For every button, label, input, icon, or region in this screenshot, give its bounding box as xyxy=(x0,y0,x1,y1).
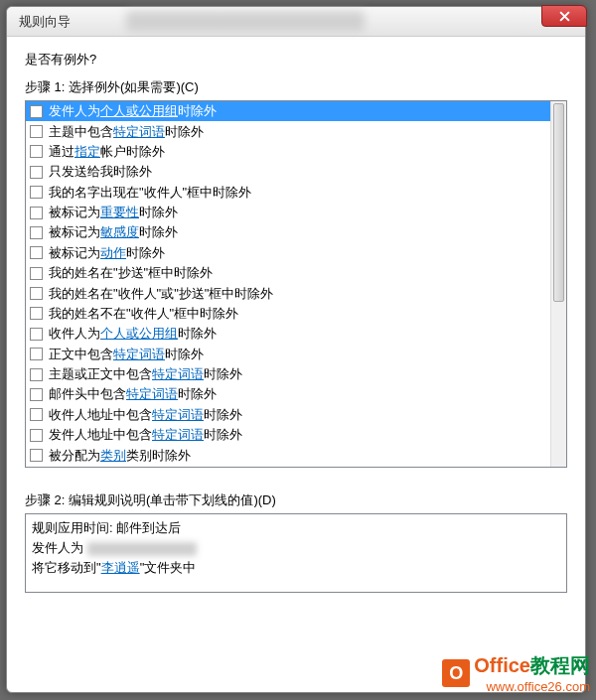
scrollbar[interactable] xyxy=(550,101,566,467)
desc-line3: 将它移动到"李逍遥"文件夹中 xyxy=(32,558,560,578)
step2-label: 步骤 2: 编辑规则说明(单击带下划线的值)(D) xyxy=(25,491,567,509)
scrollbar-thumb[interactable] xyxy=(553,103,564,302)
item-text-pre: 通过 xyxy=(49,143,74,161)
item-text-post: 类别时除外 xyxy=(126,447,191,465)
item-text-pre: 被标记为 xyxy=(49,223,100,241)
item-text-pre: 正文中包含 xyxy=(49,346,113,363)
item-text-pre: 主题中包含 xyxy=(49,123,113,141)
checkbox[interactable] xyxy=(30,368,43,381)
list-item[interactable]: 主题或正文中包含 特定词语 时除外 xyxy=(26,364,550,384)
list-item[interactable]: 被分配为 类别 类别时除外 xyxy=(26,445,550,465)
item-text-post: 帐户时除外 xyxy=(100,143,165,161)
list-item[interactable]: 发件人地址中包含 特定词语 时除外 xyxy=(26,425,550,445)
item-text-pre: 收件人地址中包含 xyxy=(49,406,152,424)
close-icon xyxy=(559,11,570,22)
condition-link[interactable]: 特定词语 xyxy=(113,123,165,141)
item-text-pre: 被分配为 xyxy=(49,447,100,465)
list-item[interactable]: 收件人为 个人或公用组 时除外 xyxy=(26,324,550,344)
item-text-pre: 我的姓名在"抄送"框中时除外 xyxy=(49,264,213,282)
checkbox[interactable] xyxy=(30,307,43,320)
checkbox[interactable] xyxy=(30,388,43,401)
item-text-post: 时除外 xyxy=(178,385,217,403)
item-text-post: 时除外 xyxy=(139,223,178,241)
exceptions-listbox[interactable]: 发件人为 个人或公用组 时除外主题中包含 特定词语 时除外通过 指定 帐户时除外… xyxy=(25,100,567,468)
checkbox[interactable] xyxy=(30,207,43,219)
titlebar[interactable]: 规则向导 xyxy=(7,7,585,37)
desc-line1: 规则应用时间: 邮件到达后 xyxy=(32,518,560,538)
titlebar-blur xyxy=(126,11,365,31)
condition-link[interactable]: 个人或公用组 xyxy=(100,102,178,120)
checkbox[interactable] xyxy=(30,166,43,179)
list-item[interactable]: 只发送给我时除外 xyxy=(26,162,550,182)
condition-link[interactable]: 特定词语 xyxy=(126,385,178,403)
checkbox[interactable] xyxy=(30,105,43,118)
condition-link[interactable]: 敏感度 xyxy=(100,223,139,241)
item-text-pre: 发件人为 xyxy=(49,102,100,120)
condition-link[interactable]: 指定 xyxy=(74,143,100,161)
watermark-brand2: 教程网 xyxy=(530,654,590,676)
condition-link[interactable]: 特定词语 xyxy=(113,346,165,363)
watermark-brand1: Office xyxy=(474,654,530,676)
list-item[interactable]: 收件人地址中包含 特定词语 时除外 xyxy=(26,405,550,425)
list-item[interactable]: 通过 指定 帐户时除外 xyxy=(26,142,550,162)
list-item[interactable]: 被标记为 重要性 时除外 xyxy=(26,203,550,222)
condition-link[interactable]: 动作 xyxy=(100,244,126,262)
condition-link[interactable]: 重要性 xyxy=(100,204,139,221)
checkbox[interactable] xyxy=(30,328,43,341)
condition-link[interactable]: 特定词语 xyxy=(152,365,204,383)
condition-link[interactable]: 类别 xyxy=(100,447,126,465)
checkbox[interactable] xyxy=(30,449,43,462)
item-text-post: 时除外 xyxy=(165,123,204,141)
watermark: O Office教程网 www.office26.com xyxy=(442,652,590,694)
checkbox[interactable] xyxy=(30,186,43,199)
condition-link[interactable]: 特定词语 xyxy=(152,406,204,424)
item-text-post: 时除外 xyxy=(126,244,165,262)
checkbox[interactable] xyxy=(30,348,43,360)
item-text-post: 时除外 xyxy=(178,325,217,343)
desc-line2: 发件人为 xyxy=(32,538,560,558)
watermark-url: www.office26.com xyxy=(474,679,590,694)
list-item[interactable]: 发件人为 个人或公用组 时除外 xyxy=(26,101,550,121)
office-icon: O xyxy=(442,659,470,687)
question-label: 是否有例外? xyxy=(25,51,567,69)
item-text-post: 时除外 xyxy=(139,204,178,221)
checkbox[interactable] xyxy=(30,429,43,442)
item-text-pre: 被标记为 xyxy=(49,204,100,221)
item-text-post: 时除外 xyxy=(165,346,204,363)
item-text-pre: 收件人为 xyxy=(49,325,100,343)
list-item[interactable]: 我的姓名不在"收件人"框中时除外 xyxy=(26,304,550,324)
checkbox[interactable] xyxy=(30,145,43,158)
dialog-window: 规则向导 是否有例外? 步骤 1: 选择例外(如果需要)(C) 发件人为 个人或… xyxy=(6,6,586,693)
checkbox[interactable] xyxy=(30,226,43,239)
item-text-post: 时除外 xyxy=(204,406,242,424)
item-text-pre: 发件人地址中包含 xyxy=(49,426,152,444)
condition-link[interactable]: 特定词语 xyxy=(152,426,204,444)
checkbox[interactable] xyxy=(30,246,43,259)
checkbox[interactable] xyxy=(30,408,43,421)
checkbox[interactable] xyxy=(30,267,43,280)
checkbox[interactable] xyxy=(30,125,43,138)
rule-description-box[interactable]: 规则应用时间: 邮件到达后 发件人为 将它移动到"李逍遥"文件夹中 xyxy=(25,513,567,593)
list-item[interactable]: 我的姓名在"收件人"或"抄送"框中时除外 xyxy=(26,283,550,303)
dialog-content: 是否有例外? 步骤 1: 选择例外(如果需要)(C) 发件人为 个人或公用组 时… xyxy=(7,37,585,692)
list-item[interactable]: 被标记为 敏感度 时除外 xyxy=(26,222,550,242)
item-text-pre: 主题或正文中包含 xyxy=(49,365,152,383)
list-item[interactable]: 我的名字出现在"收件人"框中时除外 xyxy=(26,183,550,203)
close-button[interactable] xyxy=(541,5,587,27)
list-item[interactable]: 邮件头中包含 特定词语 时除外 xyxy=(26,384,550,404)
item-text-post: 时除外 xyxy=(178,102,217,120)
window-title: 规则向导 xyxy=(19,13,71,31)
item-text-pre: 只发送给我时除外 xyxy=(49,163,152,181)
list-item[interactable]: 被标记为 动作 时除外 xyxy=(26,243,550,263)
redacted-value[interactable] xyxy=(87,542,197,556)
item-text-pre: 邮件头中包含 xyxy=(49,385,126,403)
list-item[interactable]: 我的姓名在"抄送"框中时除外 xyxy=(26,263,550,283)
item-text-pre: 被标记为 xyxy=(49,244,100,262)
list-item[interactable]: 主题中包含 特定词语 时除外 xyxy=(26,121,550,141)
condition-link[interactable]: 个人或公用组 xyxy=(100,325,178,343)
step1-label: 步骤 1: 选择例外(如果需要)(C) xyxy=(25,78,567,96)
item-text-pre: 我的姓名不在"收件人"框中时除外 xyxy=(49,305,238,323)
folder-link[interactable]: 李逍遥 xyxy=(101,560,140,575)
checkbox[interactable] xyxy=(30,287,43,300)
list-item[interactable]: 正文中包含 特定词语 时除外 xyxy=(26,345,550,364)
